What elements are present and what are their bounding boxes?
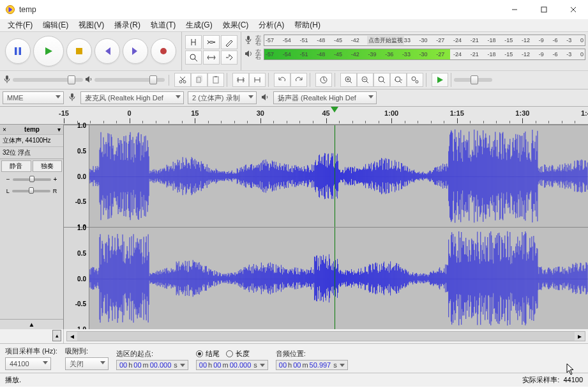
trim-button[interactable]	[232, 73, 249, 87]
window-maximize-button[interactable]	[529, 0, 559, 19]
svg-rect-14	[215, 76, 217, 77]
window-close-button[interactable]	[559, 0, 588, 19]
silence-button[interactable]	[249, 73, 266, 87]
recording-device-combo[interactable]: 麦克风 (Realtek High Def	[80, 91, 184, 104]
timeline-ruler[interactable]: -1501530451:001:151:301:45	[64, 107, 588, 124]
copy-button[interactable]	[191, 73, 207, 87]
scroll-right-button[interactable]: ▸	[575, 332, 585, 341]
zoom-out-button[interactable]	[357, 73, 373, 87]
status-message: 播放.	[5, 375, 21, 385]
solo-button[interactable]: 独奏	[33, 160, 63, 172]
speaker-device-icon	[260, 93, 269, 104]
playback-volume-slider[interactable]	[94, 78, 165, 82]
svg-point-10	[183, 81, 186, 83]
vertical-scale-ch1[interactable]: 1.00.50.0-0.5-1.0	[64, 125, 89, 227]
record-button[interactable]	[151, 38, 176, 64]
track-menu-arrow[interactable]: ▾	[57, 126, 61, 133]
zoom-toggle-button[interactable]	[407, 73, 423, 87]
horizontal-scrollbar[interactable]: ◂ ▸	[66, 331, 585, 341]
selection-start-readout[interactable]: 00 h 00 m 00.000 s	[116, 360, 188, 370]
timeshift-tool[interactable]	[203, 50, 220, 65]
pan-slider[interactable]	[12, 190, 50, 192]
svg-point-19	[395, 77, 400, 82]
envelope-tool[interactable]	[203, 35, 220, 49]
snap-to-label: 吸附到:	[65, 346, 109, 356]
play-meter-channel-labels: 左右	[255, 49, 261, 59]
track-name[interactable]: temp	[24, 126, 40, 133]
recording-meter[interactable]: -57-54-51-48-45-42-39-36-33-30-27-24-21-…	[264, 35, 585, 46]
audio-position-readout[interactable]: 00 h 00 m 50.997 s	[276, 360, 348, 370]
gain-minus-icon: −	[6, 176, 10, 183]
menu-help[interactable]: 帮助(H)	[289, 19, 326, 32]
playback-meter[interactable]: -57-54-51-48-45-42-39-36-33-30-27-24-21-…	[264, 49, 585, 60]
playhead-line	[335, 228, 335, 329]
svg-rect-22	[71, 93, 73, 98]
fit-project-button[interactable]	[390, 73, 407, 87]
sync-lock-button[interactable]	[315, 73, 332, 87]
project-rate-combo[interactable]: 44100	[5, 357, 51, 370]
mic-icon-small	[3, 75, 11, 86]
pan-l-label: L	[6, 188, 10, 194]
play-speed-slider[interactable]	[454, 78, 492, 82]
gain-plus-icon: +	[54, 176, 57, 183]
app-icon	[5, 4, 15, 15]
cut-button[interactable]	[174, 73, 191, 87]
skip-start-button[interactable]	[94, 38, 120, 64]
play-at-speed-button[interactable]	[432, 73, 448, 87]
menu-view[interactable]: 视图(V)	[73, 19, 109, 32]
audio-host-combo[interactable]: MME	[3, 91, 64, 104]
menu-edit[interactable]: 编辑(E)	[38, 19, 73, 32]
mute-button[interactable]: 静音	[1, 160, 31, 172]
snap-to-combo[interactable]: 关闭	[65, 357, 109, 370]
vertical-scale-ch2[interactable]: 1.00.50.0-0.5-1.0	[64, 228, 89, 329]
play-button[interactable]	[33, 36, 64, 66]
svg-rect-8	[6, 75, 8, 80]
vertical-zoom-button[interactable]: ▴	[52, 330, 61, 341]
svg-rect-13	[213, 77, 218, 83]
svg-rect-4	[76, 48, 82, 54]
skip-end-button[interactable]	[123, 38, 148, 64]
gain-slider[interactable]	[13, 178, 51, 181]
svg-point-6	[190, 54, 195, 59]
svg-point-20	[412, 77, 416, 81]
svg-rect-12	[198, 76, 202, 81]
recording-channels-combo[interactable]: 2 (立体声) 录制	[188, 91, 257, 104]
waveform-ch2[interactable]	[89, 228, 588, 329]
start-monitoring-label: 点击开始监视	[367, 36, 404, 45]
menu-effect[interactable]: 效果(C)	[218, 19, 254, 32]
audio-position-label: 音频位置:	[276, 349, 348, 359]
menu-file[interactable]: 文件(F)	[3, 19, 38, 32]
length-radio[interactable]: 长度	[226, 349, 250, 359]
svg-rect-7	[247, 36, 250, 40]
selection-end-readout[interactable]: 00 h 00 m 00.000 s	[196, 360, 268, 370]
track-format-line2: 32位 浮点	[0, 147, 63, 159]
selection-tool[interactable]	[185, 35, 202, 49]
zoom-tool[interactable]	[185, 50, 202, 65]
draw-tool[interactable]	[221, 35, 237, 49]
recording-volume-slider[interactable]	[13, 78, 83, 82]
paste-button[interactable]	[207, 73, 224, 87]
playback-device-combo[interactable]: 扬声器 (Realtek High Def	[273, 91, 377, 104]
window-minimize-button[interactable]	[500, 0, 529, 19]
track-format-line1: 立体声, 44100Hz	[0, 135, 63, 147]
speaker-icon	[244, 49, 253, 60]
cursor-icon	[566, 363, 575, 378]
rec-meter-channel-labels: 左右	[255, 35, 261, 45]
end-radio[interactable]: 结尾	[196, 349, 220, 359]
menu-generate[interactable]: 生成(G)	[181, 19, 217, 32]
pause-button[interactable]	[5, 38, 31, 64]
stop-button[interactable]	[66, 38, 92, 64]
scroll-left-button[interactable]: ◂	[67, 332, 77, 341]
collapse-button[interactable]: ▲	[0, 319, 63, 329]
zoom-in-button[interactable]	[340, 73, 357, 87]
redo-button[interactable]	[290, 73, 307, 87]
menu-analyze[interactable]: 分析(A)	[253, 19, 289, 32]
menu-transport[interactable]: 播录(R)	[109, 19, 146, 32]
undo-button[interactable]	[274, 73, 290, 87]
multi-tool[interactable]	[221, 50, 237, 65]
track-close-button[interactable]: ×	[3, 126, 6, 133]
waveform-ch1[interactable]	[89, 125, 588, 227]
menu-tracks[interactable]: 轨道(T)	[146, 19, 181, 32]
fit-selection-button[interactable]	[373, 73, 390, 87]
svg-rect-11	[197, 77, 200, 82]
